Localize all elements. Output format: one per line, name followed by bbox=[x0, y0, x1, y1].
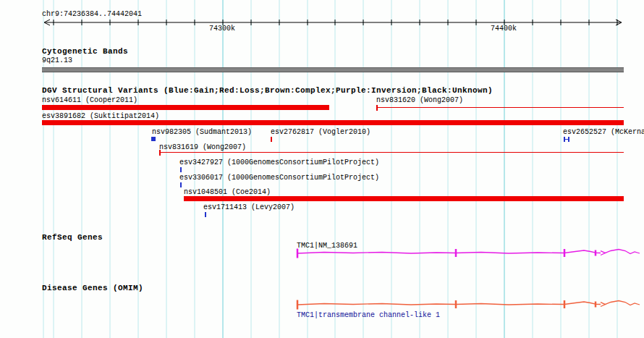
ruler-tick-label: 74400k bbox=[491, 25, 517, 33]
track-title-refseq: RefSeq Genes bbox=[42, 233, 103, 242]
variant-bar[interactable] bbox=[42, 120, 624, 125]
ruler-tick-label: 74300k bbox=[209, 25, 235, 33]
variant-line[interactable] bbox=[378, 107, 624, 108]
variant-label[interactable]: nsv831620 (Wong2007) bbox=[376, 96, 463, 105]
region-label: chr9:74236384..74442041 bbox=[42, 10, 142, 19]
variant-line-start-tick[interactable] bbox=[159, 150, 161, 156]
track-title-dgv: DGV Structural Variants (Blue:Gain;Red:L… bbox=[42, 86, 493, 96]
variant-label[interactable]: nsv831619 (Wong2007) bbox=[159, 143, 246, 152]
variant-marker-tick[interactable] bbox=[271, 137, 272, 142]
variant-line[interactable] bbox=[161, 152, 624, 153]
cytoband-bar[interactable] bbox=[42, 67, 624, 72]
gene-structure-refseq[interactable] bbox=[292, 244, 644, 263]
variant-label[interactable]: nsv982305 (Sudmant2013) bbox=[152, 128, 252, 137]
track-title-omim: Disease Genes (OMIM) bbox=[42, 284, 143, 293]
variant-marker-tick[interactable] bbox=[205, 212, 206, 217]
variant-label[interactable]: esv2652527 (McKerna bbox=[563, 128, 644, 137]
variant-line-start-tick[interactable] bbox=[376, 105, 378, 111]
variant-marker-tick[interactable] bbox=[180, 167, 182, 172]
variant-bar[interactable] bbox=[42, 105, 329, 110]
variant-label[interactable]: nsv614611 (Cooper2011) bbox=[42, 96, 137, 105]
variant-label[interactable]: esv3427927 (1000GenomesConsortiumPilotPr… bbox=[179, 159, 379, 167]
variant-label[interactable]: esv1711413 (Levy2007) bbox=[203, 203, 295, 212]
variant-marker-bracket[interactable] bbox=[564, 137, 569, 142]
gene-label-omim[interactable]: TMC1|transmembrane channel-like 1 bbox=[297, 311, 440, 320]
variant-label[interactable]: esv2762817 (Vogler2010) bbox=[271, 128, 370, 137]
track-title-cytobands: Cytogenetic Bands bbox=[42, 47, 128, 56]
variant-marker-box[interactable] bbox=[151, 137, 156, 141]
genome-ruler bbox=[44, 20, 622, 25]
genome-browser-panel: chr9:74236384..74442041 74300k 74400k Cy… bbox=[0, 0, 644, 338]
variant-marker-tick[interactable] bbox=[180, 182, 182, 187]
variant-bar[interactable] bbox=[184, 196, 624, 201]
cytoband-name: 9q21.13 bbox=[42, 56, 72, 65]
variant-label[interactable]: esv3306017 (1000GenomesConsortiumPilotPr… bbox=[179, 174, 379, 182]
